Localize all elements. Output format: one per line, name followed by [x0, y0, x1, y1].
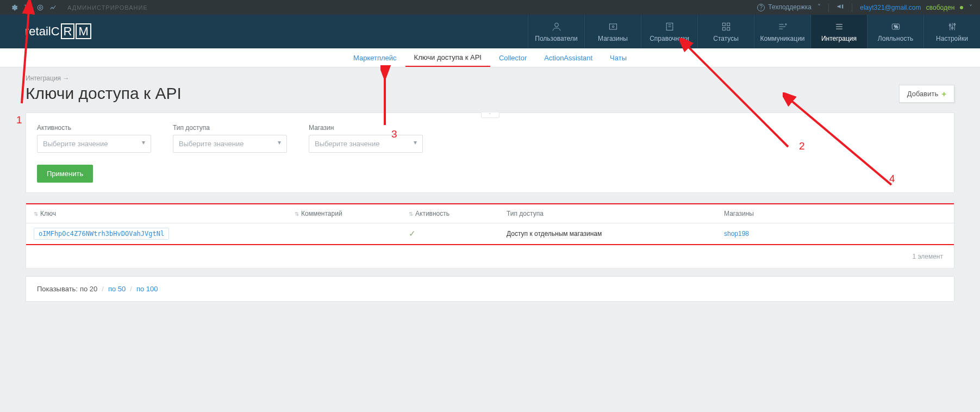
shop-link[interactable]: shop198 — [724, 230, 749, 238]
tab-api-keys[interactable]: Ключи доступа к API — [405, 48, 490, 67]
apply-button[interactable]: Применить — [37, 165, 93, 183]
breadcrumb[interactable]: Интеграция → — [26, 74, 954, 82]
nav-comm[interactable]: Коммуникации — [754, 15, 810, 48]
book-icon — [664, 21, 675, 33]
user-status: свободен — [926, 4, 955, 11]
nav-users[interactable]: Пользователи — [528, 15, 584, 48]
svg-rect-11 — [727, 23, 729, 26]
filter-access-select[interactable]: Выберите значение — [173, 135, 287, 153]
th-active[interactable]: ⇅Активность — [401, 210, 499, 217]
filter-access-label: Тип доступа — [173, 124, 287, 132]
page-title: Ключи доступа к API — [26, 84, 182, 103]
filter-shop-select[interactable]: Выберите значение — [309, 135, 423, 153]
user-menu[interactable]: elayt321@gmail.com свободен ˅ — [860, 4, 972, 11]
topbar: АДМИНИСТРИРОВАНИЕ ?Техподдержка ˅ elayt3… — [0, 0, 980, 15]
support-link[interactable]: ?Техподдержка ˅ — [757, 3, 821, 11]
pager: Показывать: по 20 / по 50 / по 100 — [26, 276, 954, 302]
cart-icon[interactable] — [21, 1, 34, 14]
svg-point-0 — [26, 9, 27, 10]
nav-loyalty[interactable]: %Лояльность — [867, 15, 923, 48]
tab-collector[interactable]: Collector — [490, 48, 535, 67]
table-footer: 1 элемент — [26, 245, 954, 268]
tab-actionassistant[interactable]: ActionAssistant — [535, 48, 601, 67]
filter-shop-label: Магазин — [309, 124, 423, 132]
subnav: Маркетплейс Ключи доступа к API Collecto… — [0, 48, 980, 67]
header: retailCRM Пользователи Магазины Справочн… — [0, 15, 980, 48]
user-email: elayt321@gmail.com — [860, 4, 921, 11]
api-key-link[interactable]: oIMFhpOc4Z76NWtrh3bHvDOVahJVgtNl — [34, 228, 169, 240]
table-head: ⇅Ключ ⇅Комментарий ⇅Активность Тип досту… — [26, 203, 954, 223]
pager-100[interactable]: по 100 — [136, 285, 158, 293]
filter-activity-label: Активность — [37, 124, 151, 132]
svg-point-6 — [612, 26, 614, 27]
table: ⇅Ключ ⇅Комментарий ⇅Активность Тип досту… — [26, 203, 954, 269]
tab-marketplace[interactable]: Маркетплейс — [345, 48, 405, 67]
th-access: Тип доступа — [499, 210, 716, 217]
nav-integration[interactable]: Интеграция — [810, 15, 867, 48]
page: Интеграция → Ключи доступа к API Добавит… — [0, 67, 980, 302]
logo[interactable]: retailCRM — [25, 24, 91, 39]
svg-text:%: % — [894, 24, 898, 29]
collapse-handle[interactable]: ˄ — [481, 113, 500, 118]
comm-icon — [777, 21, 788, 33]
nav-statuses[interactable]: Статусы — [697, 15, 754, 48]
filters-panel: ˄ Активность Выберите значение Тип досту… — [26, 113, 954, 193]
integration-icon — [834, 21, 845, 33]
th-comment[interactable]: ⇅Комментарий — [287, 210, 401, 217]
header-nav: Пользователи Магазины Справочники Статус… — [528, 15, 980, 48]
th-key[interactable]: ⇅Ключ — [26, 210, 287, 217]
user-icon — [551, 21, 562, 33]
svg-point-2 — [38, 5, 42, 10]
chart-icon[interactable] — [47, 1, 60, 14]
plus-icon: + — [941, 89, 946, 98]
th-shops: Магазины — [716, 210, 954, 217]
filter-activity-select[interactable]: Выберите значение — [37, 135, 151, 153]
nav-shops[interactable]: Магазины — [584, 15, 641, 48]
status-dot-icon — [960, 6, 963, 9]
grid-icon — [721, 21, 732, 33]
add-button[interactable]: Добавить+ — [899, 85, 954, 103]
shop-icon — [608, 21, 619, 33]
svg-rect-12 — [722, 28, 725, 30]
announce-icon[interactable] — [837, 3, 844, 12]
svg-rect-10 — [722, 23, 725, 26]
table-row: oIMFhpOc4Z76NWtrh3bHvDOVahJVgtNl ✓ Досту… — [26, 223, 954, 245]
svg-point-3 — [39, 7, 41, 9]
pager-label: Показывать: — [37, 285, 78, 293]
svg-point-1 — [29, 9, 30, 10]
admin-label: АДМИНИСТРИРОВАНИЕ — [67, 4, 148, 11]
check-icon: ✓ — [409, 229, 416, 238]
percent-icon: % — [890, 21, 901, 33]
pager-20: по 20 — [80, 285, 97, 293]
pager-50[interactable]: по 50 — [108, 285, 126, 293]
gear-icon[interactable] — [8, 1, 21, 14]
svg-point-17 — [785, 24, 787, 26]
svg-rect-5 — [609, 24, 616, 29]
nav-refs[interactable]: Справочники — [641, 15, 697, 48]
nav-settings[interactable]: Настройки — [923, 15, 980, 48]
tab-chats[interactable]: Чаты — [601, 48, 635, 67]
svg-rect-13 — [727, 28, 729, 30]
svg-point-4 — [554, 23, 558, 27]
chevron-down-icon: ˅ — [969, 4, 972, 11]
sliders-icon — [947, 21, 958, 33]
cell-access: Доступ к отдельным магазинам — [499, 230, 716, 238]
target-icon[interactable] — [34, 1, 47, 14]
